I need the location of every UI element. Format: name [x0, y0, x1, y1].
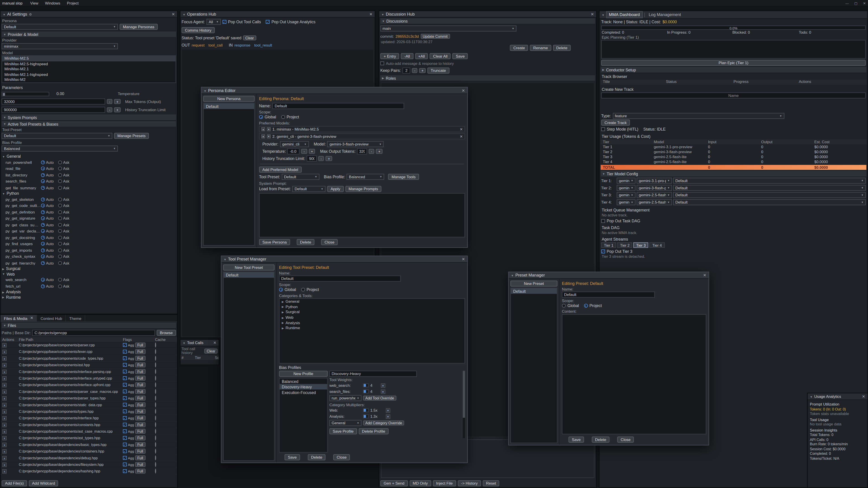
remove-file-button[interactable]: x: [2, 416, 7, 420]
ask-radio[interactable]: [58, 197, 62, 201]
weight-slider[interactable]: [363, 390, 369, 393]
multiplier-slider[interactable]: [363, 408, 369, 412]
clear-tool-calls-button[interactable]: Clear: [205, 348, 218, 353]
preset-footer-button[interactable]: Close: [617, 436, 634, 443]
remove-file-button[interactable]: x: [2, 343, 7, 347]
remove-model-icon[interactable]: ✕: [460, 134, 463, 139]
move-up-button[interactable]: ▲: [261, 134, 265, 138]
full-button[interactable]: Full: [135, 369, 145, 374]
full-button[interactable]: Full: [135, 422, 145, 427]
ask-radio[interactable]: [58, 180, 62, 183]
delete-profile-button[interactable]: Delete Profile: [359, 428, 388, 434]
tier-model-select[interactable]: gemini-2.5-flash-lite▼: [637, 192, 672, 198]
full-button[interactable]: Full: [135, 429, 145, 434]
agg-checkbox[interactable]: ✓: [123, 449, 127, 453]
remove-file-button[interactable]: x: [2, 383, 7, 387]
agg-checkbox[interactable]: ✓: [123, 436, 127, 440]
preset-manager-header[interactable]: ▼ Preset Manager ✕: [509, 272, 709, 279]
tpm-footer-button[interactable]: Close: [333, 454, 350, 460]
full-button[interactable]: Full: [135, 396, 145, 400]
full-button[interactable]: Full: [135, 416, 145, 420]
agent-stream-tab[interactable]: Tier 3: [633, 242, 648, 248]
agg-checkbox[interactable]: ✓: [123, 403, 127, 407]
manage-personas-button[interactable]: Manage Personas: [120, 24, 158, 30]
full-button[interactable]: Full: [135, 389, 145, 394]
save-profile-button[interactable]: Save Profile: [329, 428, 357, 434]
scrollbar[interactable]: [463, 371, 465, 438]
history-limit-input[interactable]: [2, 107, 105, 113]
system-prompts-section[interactable]: ▼System Prompts: [2, 115, 176, 120]
pe-model-select[interactable]: gemini-3-flash-preview▼: [327, 141, 384, 147]
preset-list-item[interactable]: Default: [511, 288, 557, 294]
pop-out-tier3-checkbox[interactable]: ✓: [601, 250, 605, 253]
tier-provider-select[interactable]: gemini▼: [617, 185, 636, 191]
pop-out-usage-analytics-checkbox[interactable]: ✓: [266, 20, 270, 24]
remove-file-button[interactable]: x: [2, 409, 7, 414]
manage-prompts-button[interactable]: Manage Prompts: [345, 186, 381, 192]
epic-planning-textarea[interactable]: [601, 40, 866, 59]
slider-thumb[interactable]: [3, 93, 5, 95]
category-row[interactable]: ▶Analysis: [280, 320, 465, 325]
model-list-item[interactable]: MiniMax-M2.5-highspeed: [2, 61, 176, 66]
auto-radio[interactable]: [41, 223, 45, 227]
composer-action-button[interactable]: MD Only: [409, 480, 431, 486]
keep-pairs-input[interactable]: [403, 68, 410, 74]
persona-select[interactable]: Default▼: [2, 24, 118, 30]
remove-file-button[interactable]: x: [2, 350, 7, 354]
tpm-scope-global-radio[interactable]: [279, 288, 283, 291]
discussion-manage-button[interactable]: Rename: [530, 45, 551, 51]
pe-max-tokens-input[interactable]: [357, 148, 367, 154]
system-prompt-textarea[interactable]: [259, 193, 465, 237]
tier-preset-select[interactable]: Default▼: [673, 185, 866, 191]
remove-file-button[interactable]: x: [2, 462, 7, 467]
remove-file-button[interactable]: x: [2, 456, 7, 460]
ask-radio[interactable]: [58, 173, 62, 177]
tier-provider-select[interactable]: gemini▼: [617, 199, 636, 205]
agg-checkbox[interactable]: ✓: [123, 423, 127, 427]
remove-file-button[interactable]: x: [2, 436, 7, 440]
move-down-button[interactable]: ▼: [267, 134, 271, 138]
close-icon[interactable]: ✕: [462, 257, 465, 262]
discussion-branch-select[interactable]: main▼: [380, 26, 516, 32]
tool-group-python[interactable]: ▼Python: [0, 191, 177, 196]
tool-preset-select[interactable]: Default▼: [2, 133, 112, 139]
provider-select[interactable]: minimax▼: [2, 43, 118, 49]
out-filter-chip[interactable]: request: [192, 43, 205, 47]
persona-footer-button[interactable]: Delete: [297, 239, 315, 245]
auto-radio[interactable]: [41, 180, 45, 183]
new-preset-button[interactable]: New Preset: [510, 281, 557, 287]
agg-checkbox[interactable]: ✓: [123, 443, 127, 447]
move-up-button[interactable]: ▲: [261, 127, 265, 131]
tool-group-analysis[interactable]: ▶Analysis: [0, 289, 177, 295]
tool-calls-header[interactable]: ▼ Tool Calls ✕: [180, 340, 219, 346]
ask-radio[interactable]: [58, 242, 62, 246]
comms-history-button[interactable]: Comms History: [182, 27, 215, 33]
add-tool-override-button[interactable]: Add Tool Override: [363, 396, 397, 400]
new-persona-button[interactable]: New Persona: [203, 96, 255, 102]
remove-file-button[interactable]: x: [2, 422, 7, 427]
agg-checkbox[interactable]: ✓: [123, 356, 127, 360]
remove-file-button[interactable]: x: [2, 389, 7, 394]
tool-override-select[interactable]: run_powershell▼: [329, 395, 362, 401]
discussion-manage-button[interactable]: Delete: [553, 45, 571, 51]
menu-item[interactable]: View: [27, 1, 41, 5]
scrollbar-thumb[interactable]: [463, 371, 465, 418]
close-icon[interactable]: ✕: [462, 88, 465, 93]
tier-model-config-section[interactable]: ▼Tier Model Config: [600, 171, 866, 176]
full-button[interactable]: Full: [135, 376, 145, 381]
persona-list-item[interactable]: Default: [204, 103, 254, 109]
menu-item[interactable]: Windows: [41, 1, 64, 5]
tool-preset-list-item[interactable]: Default: [223, 272, 274, 278]
keep-pairs-increment-button[interactable]: +: [419, 68, 426, 73]
agg-checkbox[interactable]: ✓: [123, 396, 127, 400]
usage-analytics-header[interactable]: ▼ Usage Analytics ✕: [808, 393, 867, 400]
remove-file-button[interactable]: x: [2, 449, 7, 453]
ask-radio[interactable]: [58, 160, 62, 164]
in-filter-chip[interactable]: response: [235, 43, 250, 47]
base-dir-input[interactable]: [32, 330, 155, 336]
agg-checkbox[interactable]: ✓: [123, 410, 127, 413]
profile-name-input[interactable]: [329, 371, 417, 377]
focus-agent-select[interactable]: All▼: [206, 19, 221, 25]
full-button[interactable]: Full: [135, 409, 145, 414]
full-button[interactable]: Full: [135, 449, 145, 454]
